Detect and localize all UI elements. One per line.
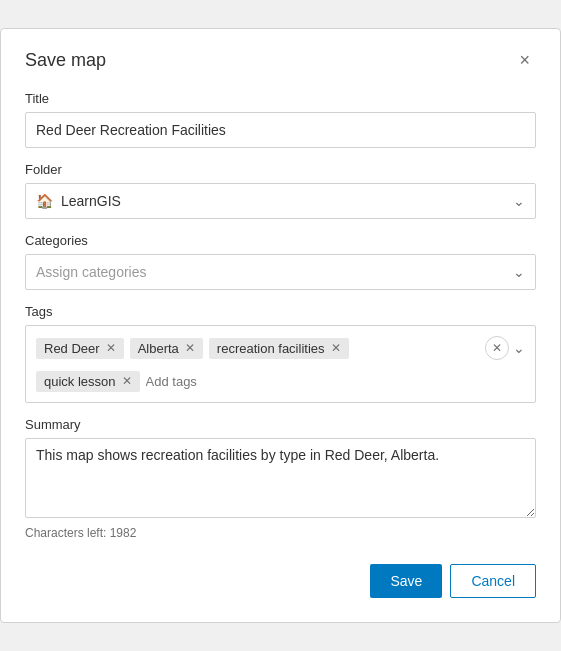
title-label: Title: [25, 91, 536, 106]
tags-expand-button[interactable]: ⌄: [513, 340, 525, 356]
tag-label: Red Deer: [44, 341, 100, 356]
dialog-header: Save map ×: [25, 49, 536, 71]
summary-field-group: Summary Characters left: 1982: [25, 417, 536, 540]
categories-field-group: Categories Assign categories ⌄: [25, 233, 536, 290]
tag-label: quick lesson: [44, 374, 116, 389]
tags-second-row: quick lesson ✕: [36, 371, 525, 392]
categories-dropdown[interactable]: Assign categories ⌄: [25, 254, 536, 290]
tag-remove-red-deer[interactable]: ✕: [106, 342, 116, 354]
tag-label: recreation facilities: [217, 341, 325, 356]
home-icon: 🏠: [36, 193, 53, 209]
tags-first-row: Red Deer ✕ Alberta ✕ recreation faciliti…: [36, 336, 525, 360]
chevron-down-icon: ⌄: [513, 264, 525, 280]
tag-label: Alberta: [138, 341, 179, 356]
save-map-dialog: Save map × Title Folder 🏠 LearnGIS ⌄ Cat…: [0, 28, 561, 623]
tags-field-group: Tags Red Deer ✕ Alberta ✕ recreation fac…: [25, 304, 536, 403]
tags-clear-button[interactable]: ✕: [485, 336, 509, 360]
tag-remove-alberta[interactable]: ✕: [185, 342, 195, 354]
dialog-title: Save map: [25, 50, 106, 71]
folder-dropdown[interactable]: 🏠 LearnGIS ⌄: [25, 183, 536, 219]
folder-label: Folder: [25, 162, 536, 177]
tag-quick-lesson: quick lesson ✕: [36, 371, 140, 392]
tags-container: Red Deer ✕ Alberta ✕ recreation faciliti…: [25, 325, 536, 403]
add-tags-input[interactable]: [146, 374, 314, 389]
dialog-footer: Save Cancel: [25, 564, 536, 598]
close-button[interactable]: ×: [513, 49, 536, 71]
cancel-button[interactable]: Cancel: [450, 564, 536, 598]
tag-remove-recreation[interactable]: ✕: [331, 342, 341, 354]
tags-label: Tags: [25, 304, 536, 319]
title-field-group: Title: [25, 91, 536, 148]
chevron-down-icon: ⌄: [513, 193, 525, 209]
chars-left: Characters left: 1982: [25, 526, 536, 540]
summary-textarea[interactable]: [25, 438, 536, 518]
save-button[interactable]: Save: [370, 564, 442, 598]
categories-label: Categories: [25, 233, 536, 248]
title-input[interactable]: [25, 112, 536, 148]
tag-red-deer: Red Deer ✕: [36, 338, 124, 359]
tag-recreation-facilities: recreation facilities ✕: [209, 338, 349, 359]
categories-placeholder: Assign categories: [36, 264, 513, 280]
summary-label: Summary: [25, 417, 536, 432]
tag-alberta: Alberta ✕: [130, 338, 203, 359]
tag-remove-quick-lesson[interactable]: ✕: [122, 375, 132, 387]
folder-field-group: Folder 🏠 LearnGIS ⌄: [25, 162, 536, 219]
folder-value: LearnGIS: [61, 193, 513, 209]
